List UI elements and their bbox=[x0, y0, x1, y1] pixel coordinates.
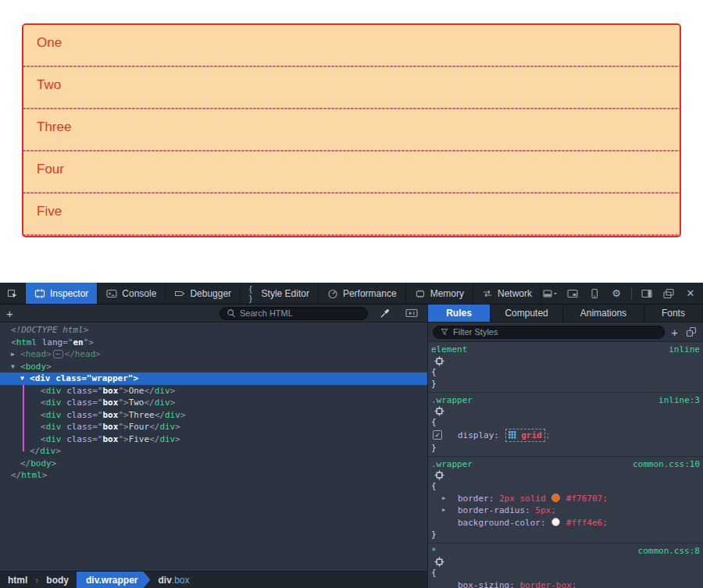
markup-line-selected[interactable]: ▼<div class="wrapper"> bbox=[0, 372, 427, 385]
expand-shorthand-icon[interactable]: ▶ bbox=[442, 493, 445, 505]
markup-line[interactable]: </html> bbox=[0, 469, 427, 482]
tab-inspector[interactable]: Inspector bbox=[26, 283, 98, 304]
css-declaration[interactable]: background-color: #fff4e6; bbox=[428, 517, 703, 529]
rule-source-link[interactable]: inline:3 bbox=[658, 394, 700, 407]
tab-memory[interactable]: Memory bbox=[406, 283, 473, 304]
sidebar-tab-rules[interactable]: Rules bbox=[428, 305, 491, 322]
rule-source-link[interactable]: inline bbox=[669, 344, 700, 356]
code-token: div bbox=[46, 386, 62, 396]
screenshot-root: OneTwoThreeFourFive InspectorConsoleDebu… bbox=[0, 0, 703, 588]
markup-line[interactable]: ▶<head>⋯</head> bbox=[0, 348, 427, 361]
css-rule: .wrapper{inline:3✓display: grid;} bbox=[428, 393, 703, 457]
property-value[interactable]: #f76707; bbox=[561, 494, 608, 504]
property-name[interactable]: border-radius: bbox=[458, 505, 535, 515]
markup-line[interactable]: </body> bbox=[0, 458, 427, 470]
tab-network[interactable]: Network bbox=[473, 283, 541, 304]
breadcrumb-item-div[interactable]: div.box bbox=[150, 572, 197, 588]
search-box bbox=[219, 307, 368, 320]
window-button[interactable] bbox=[659, 285, 678, 302]
css-declaration[interactable]: ▶border-radius: 5px; bbox=[428, 504, 703, 517]
code-token: > bbox=[55, 446, 61, 456]
add-rule-button[interactable]: + bbox=[671, 326, 678, 338]
rule-selector[interactable]: .wrapper bbox=[431, 459, 473, 469]
collapsed-content-badge[interactable]: ⋯ bbox=[53, 350, 63, 358]
expand-shorthand-icon[interactable]: ▶ bbox=[442, 504, 445, 517]
print-simulation-button[interactable] bbox=[402, 305, 421, 322]
tab-console[interactable]: Console bbox=[98, 283, 166, 304]
settings-button[interactable]: ⚙ bbox=[607, 285, 626, 302]
target-icon[interactable] bbox=[431, 557, 703, 567]
property-name[interactable]: background-color: bbox=[458, 518, 551, 528]
code-token: =" bbox=[92, 410, 102, 420]
dock-side-button[interactable] bbox=[637, 285, 656, 302]
code-token: class bbox=[66, 410, 92, 420]
tab-label: Debugger bbox=[190, 288, 231, 299]
color-swatch[interactable] bbox=[551, 494, 560, 502]
property-name[interactable]: box-sizing: bbox=[458, 580, 519, 588]
code-token: en bbox=[73, 337, 84, 347]
eyedropper-button[interactable] bbox=[376, 305, 394, 322]
code-token: > bbox=[42, 470, 48, 480]
css-declaration[interactable]: box-sizing: border-box; bbox=[428, 579, 703, 588]
markup-line[interactable]: <html lang="en"> bbox=[0, 337, 427, 349]
rule-source-link[interactable]: common.css:10 bbox=[633, 458, 700, 471]
property-value[interactable]: border-box; bbox=[519, 580, 576, 588]
markup-line[interactable]: <div class="box">One</div> bbox=[0, 385, 427, 397]
target-icon[interactable] bbox=[431, 406, 703, 416]
rule-selector[interactable]: element bbox=[431, 344, 467, 355]
filter-styles-input[interactable] bbox=[453, 327, 562, 337]
color-swatch[interactable] bbox=[551, 518, 560, 526]
property-value[interactable]: #fff4e6; bbox=[561, 518, 608, 528]
tab-style-editor[interactable]: { }Style Editor bbox=[241, 283, 319, 304]
property-value[interactable]: ; bbox=[545, 430, 551, 440]
target-icon[interactable] bbox=[431, 356, 703, 366]
tab-debugger[interactable]: Debugger bbox=[166, 283, 241, 304]
rule-selector[interactable]: .wrapper bbox=[431, 395, 473, 405]
split-console-button[interactable] bbox=[563, 285, 582, 302]
code-token: =" bbox=[92, 434, 102, 444]
rule-selector[interactable]: * bbox=[431, 546, 437, 556]
breadcrumb-item-div-wrapper[interactable]: div.wrapper bbox=[77, 572, 150, 588]
pseudo-class-panel-button[interactable] bbox=[684, 323, 698, 340]
markup-line[interactable]: </div> bbox=[0, 445, 427, 458]
declaration-checkbox[interactable]: ✓ bbox=[433, 430, 442, 440]
code-token: < bbox=[41, 386, 46, 396]
add-node-button[interactable]: + bbox=[6, 308, 13, 319]
rule-source-link[interactable]: common.css:8 bbox=[638, 545, 700, 558]
markup-line[interactable]: <div class="box">Three</div> bbox=[0, 409, 427, 422]
markup-line[interactable]: <div class="box">Five</div> bbox=[0, 433, 427, 446]
property-name[interactable]: border: bbox=[458, 494, 499, 504]
dock-caret-button[interactable] bbox=[541, 285, 560, 302]
markup-line[interactable]: ▼<body> bbox=[0, 361, 427, 373]
markup-line[interactable]: <!DOCTYPE html> bbox=[0, 324, 427, 337]
sidebar-tab-animations[interactable]: Animations bbox=[563, 305, 644, 322]
element-picker-button[interactable] bbox=[0, 283, 26, 304]
markup-line[interactable]: <div class="box">Four</div> bbox=[0, 421, 427, 433]
tab-label: Inspector bbox=[50, 288, 88, 299]
responsive-button[interactable] bbox=[585, 285, 604, 302]
grid-highlighter-toggle[interactable]: grid bbox=[505, 429, 545, 443]
css-declaration[interactable]: ✓display: grid; bbox=[428, 429, 703, 443]
tab-performance[interactable]: Performance bbox=[319, 283, 406, 304]
target-icon[interactable] bbox=[431, 470, 703, 480]
grid-line bbox=[23, 234, 680, 236]
search-input[interactable] bbox=[240, 308, 349, 318]
code-token: div bbox=[46, 410, 62, 420]
code-token: < bbox=[41, 410, 46, 420]
expand-right-icon[interactable]: ▶ bbox=[11, 348, 15, 361]
property-value[interactable]: 2px solid bbox=[499, 494, 551, 504]
close-button[interactable]: ✕ bbox=[681, 285, 700, 302]
expand-down-icon[interactable]: ▼ bbox=[11, 361, 15, 373]
markup-line[interactable]: <div class="box">Two</div> bbox=[0, 397, 427, 409]
tab-label: Performance bbox=[343, 288, 397, 299]
breadcrumb-item-html[interactable]: html bbox=[0, 572, 35, 588]
sidebar-tab-computed[interactable]: Computed bbox=[491, 305, 563, 322]
expand-down-icon[interactable]: ▼ bbox=[20, 372, 24, 385]
css-declaration[interactable]: ▶border: 2px solid #f76707; bbox=[428, 493, 703, 505]
property-value[interactable]: 5px; bbox=[535, 505, 556, 515]
sidebar-tab-fonts[interactable]: Fonts bbox=[644, 305, 703, 322]
breadcrumb-item-body[interactable]: body bbox=[38, 572, 77, 588]
code-token: div bbox=[46, 422, 62, 432]
property-name[interactable]: display: bbox=[458, 430, 505, 440]
code-token: box bbox=[103, 422, 119, 432]
